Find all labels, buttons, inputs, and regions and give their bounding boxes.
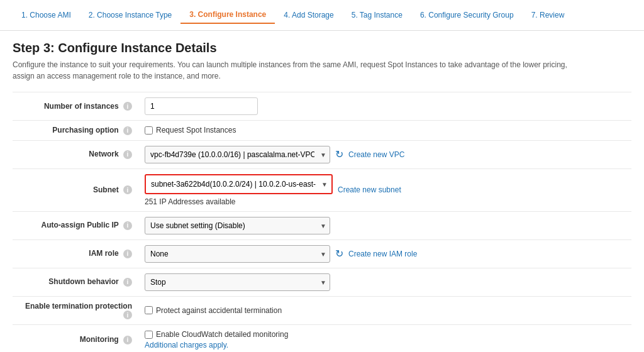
- iam-role-select[interactable]: None: [145, 245, 330, 263]
- purchasing-option-label: Purchasing option i: [13, 121, 138, 141]
- termination-protection-cell: Protect against accidental termination: [138, 296, 631, 325]
- purchasing-option-cell: Request Spot Instances: [138, 121, 631, 141]
- auto-assign-select[interactable]: Use subnet setting (Disable): [145, 217, 330, 234]
- iam-role-label: IAM role i: [13, 239, 138, 268]
- wizard-step-7[interactable]: 7. Review: [523, 7, 574, 23]
- auto-assign-info-icon[interactable]: i: [123, 221, 132, 230]
- shutdown-behavior-cell: Stop ▼: [138, 268, 631, 296]
- monitoring-label: Monitoring i: [13, 325, 138, 353]
- number-of-instances-cell: [138, 92, 631, 121]
- wizard-step-5[interactable]: 5. Tag Instance: [343, 7, 411, 23]
- row-number-of-instances: Number of instances i: [13, 92, 631, 121]
- auto-assign-label: Auto-assign Public IP i: [13, 211, 138, 239]
- iam-role-cell: None ▼ ↻ Create new IAM role: [138, 239, 631, 268]
- wizard-nav: 1. Choose AMI 2. Choose Instance Type 3.…: [0, 0, 644, 31]
- wizard-step-4[interactable]: 4. Add Storage: [275, 7, 342, 23]
- row-auto-assign: Auto-assign Public IP i Use subnet setti…: [13, 211, 631, 239]
- subnet-select-wrapper: subnet-3a622b4d(10.0.2.0/24) | 10.0.2.0-…: [145, 174, 333, 194]
- network-info-icon[interactable]: i: [123, 150, 132, 159]
- number-of-instances-input[interactable]: [145, 97, 258, 115]
- wizard-step-6[interactable]: 6. Configure Security Group: [411, 7, 523, 23]
- row-shutdown-behavior: Shutdown behavior i Stop ▼: [13, 268, 631, 296]
- row-iam-role: IAM role i None ▼ ↻ Create new IAM role: [13, 239, 631, 268]
- spot-instances-label: Request Spot Instances: [145, 126, 625, 135]
- create-iam-link[interactable]: Create new IAM role: [348, 250, 417, 258]
- termination-checkbox[interactable]: [145, 306, 153, 314]
- network-refresh-icon[interactable]: ↻: [335, 148, 343, 160]
- form-table: Number of instances i Purchasing option …: [13, 92, 631, 352]
- subnet-control: subnet-3a622b4d(10.0.2.0/24) | 10.0.2.0-…: [145, 174, 625, 206]
- iam-role-info-icon[interactable]: i: [123, 250, 132, 258]
- row-network: Network i vpc-fb4d739e (10.0.0.0/16) | p…: [13, 140, 631, 168]
- iam-role-select-wrapper: None ▼: [145, 245, 330, 263]
- monitoring-field-col: Enable CloudWatch detailed monitoring Ad…: [145, 330, 625, 349]
- network-select[interactable]: vpc-fb4d739e (10.0.0.0/16) | pascalalma.…: [145, 146, 330, 163]
- spot-instances-checkbox[interactable]: [145, 126, 153, 135]
- row-purchasing-option: Purchasing option i Request Spot Instanc…: [13, 121, 631, 141]
- network-cell: vpc-fb4d739e (10.0.0.0/16) | pascalalma.…: [138, 140, 631, 168]
- shutdown-select[interactable]: Stop: [145, 273, 330, 291]
- monitoring-checkbox[interactable]: [145, 331, 153, 339]
- create-vpc-link[interactable]: Create new VPC: [348, 150, 404, 159]
- network-label: Network i: [13, 140, 138, 168]
- row-subnet: Subnet i subnet-3a622b4d(10.0.2.0/24) | …: [13, 168, 631, 211]
- network-control: vpc-fb4d739e (10.0.0.0/16) | pascalalma.…: [145, 146, 625, 163]
- termination-checkbox-label: Protect against accidental termination: [145, 306, 625, 315]
- ip-available: 251 IP Addresses available: [145, 197, 333, 206]
- monitoring-charges-link[interactable]: Additional charges apply.: [145, 341, 625, 349]
- page-title: Step 3: Configure Instance Details: [13, 41, 631, 55]
- iam-role-refresh-icon[interactable]: ↻: [335, 248, 343, 260]
- shutdown-select-wrapper: Stop ▼: [145, 273, 330, 291]
- monitoring-checkbox-label: Enable CloudWatch detailed monitoring: [145, 330, 625, 339]
- network-select-wrapper: vpc-fb4d739e (10.0.0.0/16) | pascalalma.…: [145, 146, 330, 163]
- subnet-cell: subnet-3a622b4d(10.0.2.0/24) | 10.0.2.0-…: [138, 168, 631, 211]
- monitoring-cell: Enable CloudWatch detailed monitoring Ad…: [138, 325, 631, 353]
- subnet-field-col: subnet-3a622b4d(10.0.2.0/24) | 10.0.2.0-…: [145, 174, 333, 206]
- number-of-instances-label: Number of instances i: [13, 92, 138, 121]
- create-subnet-link[interactable]: Create new subnet: [338, 185, 401, 194]
- wizard-step-3[interactable]: 3. Configure Instance: [180, 6, 275, 24]
- monitoring-info-icon[interactable]: i: [123, 336, 132, 344]
- shutdown-info-icon[interactable]: i: [123, 278, 132, 287]
- wizard-step-1[interactable]: 1. Choose AMI: [13, 7, 80, 23]
- termination-protection-label: Enable termination protection i: [13, 296, 138, 325]
- auto-assign-select-wrapper: Use subnet setting (Disable) ▼: [145, 217, 330, 234]
- auto-assign-cell: Use subnet setting (Disable) ▼: [138, 211, 631, 239]
- shutdown-behavior-label: Shutdown behavior i: [13, 268, 138, 296]
- row-monitoring: Monitoring i Enable CloudWatch detailed …: [13, 325, 631, 353]
- purchasing-option-info-icon[interactable]: i: [123, 126, 132, 135]
- number-of-instances-info-icon[interactable]: i: [123, 102, 132, 111]
- subnet-info-icon[interactable]: i: [123, 185, 132, 194]
- wizard-step-2[interactable]: 2. Choose Instance Type: [80, 7, 181, 23]
- termination-info-icon[interactable]: i: [123, 311, 132, 319]
- row-termination-protection: Enable termination protection i Protect …: [13, 296, 631, 325]
- page-description: Configure the instance to suit your requ…: [13, 59, 579, 82]
- main-content: Step 3: Configure Instance Details Confi…: [0, 31, 644, 352]
- subnet-label: Subnet i: [13, 168, 138, 211]
- subnet-select[interactable]: subnet-3a622b4d(10.0.2.0/24) | 10.0.2.0-…: [146, 175, 331, 193]
- iam-role-control: None ▼ ↻ Create new IAM role: [145, 245, 625, 263]
